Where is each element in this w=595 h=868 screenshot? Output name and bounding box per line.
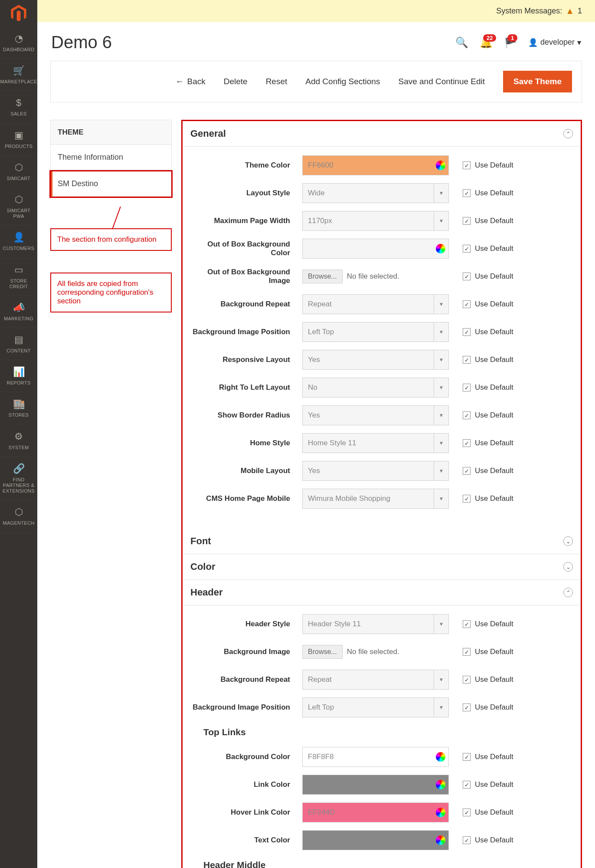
sidebar-dashboard[interactable]: ◔DASHBOARD xyxy=(0,27,37,59)
sysmsg-count: 1 xyxy=(578,7,582,16)
input-tl-text[interactable] xyxy=(302,830,449,850)
select-mobile-layout[interactable]: Yes▼ xyxy=(302,461,449,481)
select-header-bg-pos[interactable]: Left Top▼ xyxy=(302,697,449,717)
checkbox-use-default[interactable]: ✓ xyxy=(463,189,471,197)
color-picker-icon[interactable] xyxy=(436,808,445,817)
checkbox-use-default[interactable]: ✓ xyxy=(463,273,471,280)
input-tl-link[interactable] xyxy=(302,775,449,795)
user-menu[interactable]: 👤developer▾ xyxy=(528,38,581,47)
sidebar-stores[interactable]: 🏬STORES xyxy=(0,392,37,424)
card-icon: ▭ xyxy=(13,264,24,276)
tab-sm-destino[interactable]: SM Destino xyxy=(51,171,171,197)
sidebar-reports[interactable]: 📊REPORTS xyxy=(0,360,37,392)
label-bg-pos: Background Image Position xyxy=(190,328,302,336)
flag-badge: 1 xyxy=(507,34,517,42)
arrow-left-icon: ← xyxy=(175,77,183,86)
input-tl-hover[interactable] xyxy=(302,802,449,822)
chevron-down-icon: ▼ xyxy=(434,434,448,453)
subsection-header-middle: Header Middle xyxy=(203,860,573,868)
checkbox-use-default[interactable]: ✓ xyxy=(463,356,471,364)
checkbox-use-default[interactable]: ✓ xyxy=(463,328,471,336)
checkbox-use-default[interactable]: ✓ xyxy=(463,781,471,789)
checkbox-use-default[interactable]: ✓ xyxy=(463,161,471,169)
checkbox-use-default[interactable]: ✓ xyxy=(463,467,471,475)
reset-button[interactable]: Reset xyxy=(266,77,288,86)
section-font-head[interactable]: Font⌄ xyxy=(183,529,581,554)
input-oob-bg[interactable] xyxy=(302,239,449,259)
checkbox-use-default[interactable]: ✓ xyxy=(463,836,471,844)
add-config-button[interactable]: Add Config Sections xyxy=(305,77,380,86)
select-header-bg-repeat[interactable]: Repeat▼ xyxy=(302,670,449,690)
checkbox-use-default[interactable]: ✓ xyxy=(463,809,471,816)
tab-theme-information[interactable]: Theme Information xyxy=(50,145,172,170)
sidebar-marketing[interactable]: 📣MARKETING xyxy=(0,296,37,328)
delete-button[interactable]: Delete xyxy=(224,77,248,86)
label-border-radius: Show Border Radius xyxy=(190,411,302,420)
sidebar-sales[interactable]: $SALES xyxy=(0,91,37,123)
sidebar-content[interactable]: ▤CONTENT xyxy=(0,328,37,360)
bookmark-icon[interactable]: 🏴1 xyxy=(504,36,517,49)
label-header-bg-repeat: Background Repeat xyxy=(190,675,302,684)
select-cms-mobile[interactable]: Wimura Mobile Shopping▼ xyxy=(302,489,449,509)
browse-button[interactable]: Browse... xyxy=(302,645,343,659)
label-header-bg-pos: Background Image Position xyxy=(190,703,302,712)
back-button[interactable]: ←Back xyxy=(175,77,205,86)
input-tl-bg[interactable] xyxy=(302,747,449,767)
checkbox-use-default[interactable]: ✓ xyxy=(463,439,471,447)
checkbox-use-default[interactable]: ✓ xyxy=(463,753,471,761)
checkbox-use-default[interactable]: ✓ xyxy=(463,217,471,225)
color-picker-icon[interactable] xyxy=(436,161,445,170)
section-general-head[interactable]: General⌃ xyxy=(183,121,581,147)
sidebar-marketplace[interactable]: 🛒MARKETPLACE xyxy=(0,59,37,91)
label-tl-text: Text Color xyxy=(190,836,302,845)
select-bg-pos[interactable]: Left Top▼ xyxy=(302,322,449,342)
magento-logo[interactable] xyxy=(0,0,37,27)
sidebar-system[interactable]: ⚙SYSTEM xyxy=(0,425,37,457)
checkbox-use-default[interactable]: ✓ xyxy=(463,245,471,253)
hex-icon: ⬡ xyxy=(13,162,24,173)
checkbox-use-default[interactable]: ✓ xyxy=(463,495,471,503)
sidebar-products[interactable]: ▣PRODUCTS xyxy=(0,124,37,156)
input-theme-color[interactable] xyxy=(302,155,449,175)
label-responsive: Responsive Layout xyxy=(190,355,302,364)
label-home-style: Home Style xyxy=(190,439,302,447)
sidebar-simicart[interactable]: ⬡SIMICART xyxy=(0,156,37,188)
sidebar-magentech[interactable]: ⬡MAGENTECH xyxy=(0,500,37,533)
save-theme-button[interactable]: Save Theme xyxy=(503,71,572,92)
checkbox-use-default[interactable]: ✓ xyxy=(463,620,471,628)
system-messages-bar[interactable]: System Messages: ▲ 1 xyxy=(37,0,595,22)
notifications-icon[interactable]: 🔔22 xyxy=(480,36,493,49)
sidebar-customers[interactable]: 👤CUSTOMERS xyxy=(0,226,37,258)
select-border-radius[interactable]: Yes▼ xyxy=(302,405,449,425)
select-rtl[interactable]: No▼ xyxy=(302,378,449,398)
color-picker-icon[interactable] xyxy=(436,780,445,789)
color-picker-icon[interactable] xyxy=(436,244,445,253)
label-header-style: Header Style xyxy=(190,620,302,628)
browse-button[interactable]: Browse... xyxy=(302,270,343,283)
chevron-up-icon: ⌃ xyxy=(563,129,573,138)
select-header-style[interactable]: Header Style 11▼ xyxy=(302,614,449,634)
sidebar-store-credit[interactable]: ▭STORE CREDIT xyxy=(0,258,37,296)
search-icon[interactable]: 🔍 xyxy=(455,36,468,49)
chevron-down-icon: ▼ xyxy=(434,670,448,689)
dashboard-icon: ◔ xyxy=(13,33,24,44)
section-color-head[interactable]: Color⌄ xyxy=(183,554,581,580)
color-picker-icon[interactable] xyxy=(436,752,445,762)
select-layout-style[interactable]: Wide▼ xyxy=(302,183,449,203)
label-max-width: Maximum Page Width xyxy=(190,217,302,225)
select-max-width[interactable]: 1170px▼ xyxy=(302,211,449,231)
checkbox-use-default[interactable]: ✓ xyxy=(463,648,471,656)
section-header-head[interactable]: Header⌃ xyxy=(183,580,581,605)
select-home-style[interactable]: Home Style 11▼ xyxy=(302,433,449,453)
checkbox-use-default[interactable]: ✓ xyxy=(463,676,471,684)
checkbox-use-default[interactable]: ✓ xyxy=(463,384,471,391)
checkbox-use-default[interactable]: ✓ xyxy=(463,300,471,308)
select-bg-repeat[interactable]: Repeat▼ xyxy=(302,294,449,314)
select-responsive[interactable]: Yes▼ xyxy=(302,350,449,370)
save-continue-button[interactable]: Save and Continue Edit xyxy=(398,77,485,86)
sidebar-simicart-pwa[interactable]: ⬡SIMICART PWA xyxy=(0,188,37,226)
color-picker-icon[interactable] xyxy=(436,835,445,845)
checkbox-use-default[interactable]: ✓ xyxy=(463,704,471,711)
sidebar-partners[interactable]: 🔗FIND PARTNERS & EXTENSIONS xyxy=(0,457,37,501)
checkbox-use-default[interactable]: ✓ xyxy=(463,411,471,419)
